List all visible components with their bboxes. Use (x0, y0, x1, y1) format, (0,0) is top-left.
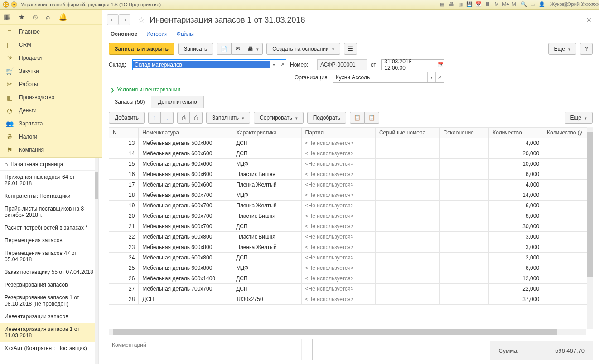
col-qty[interactable]: Количество (489, 128, 543, 138)
copy-button[interactable]: 📋 (350, 112, 365, 124)
table-row[interactable]: 13Мебельная деталь 500х800ДСП<Не использ… (109, 138, 593, 148)
vertical-scrollbar[interactable] (587, 127, 593, 329)
save-icon[interactable]: 💾 (466, 1, 473, 8)
nav-item-4[interactable]: ✂Работы (0, 77, 102, 91)
m-icon[interactable]: M (493, 1, 500, 8)
toolbar-btn-icon[interactable]: ▤ (439, 1, 446, 8)
table-row[interactable]: 18Мебельная деталь 600х700МДФ<Не использ… (109, 190, 593, 201)
save-close-button[interactable]: Записать и закрыть (109, 43, 174, 55)
table-row[interactable]: 19Мебельная деталь 600х700Пленка Желтый<… (109, 201, 593, 211)
app-menu-icon[interactable]: 1С (3, 1, 9, 8)
more-button[interactable]: Еще (548, 43, 576, 55)
history-item[interactable]: Перемещение запасов 47 от 05.04.2018 (0, 247, 98, 266)
pick-button[interactable]: Подобрать (307, 112, 346, 124)
back-button[interactable]: ← (107, 14, 119, 25)
window-icon[interactable]: ▭ (529, 1, 536, 8)
zoom-icon[interactable]: 🔍 (520, 1, 527, 8)
col-dev[interactable]: Отклонение (440, 128, 489, 138)
comment-edit-icon[interactable]: ... (301, 339, 312, 360)
scrollbar-thumb[interactable] (113, 329, 557, 335)
sort-button[interactable]: Сортировать (254, 112, 304, 124)
favorite-star-icon[interactable]: ☆ (138, 15, 145, 25)
structure-button[interactable]: ☰ (344, 43, 357, 55)
history-item[interactable]: Перемещения запасов (0, 234, 98, 247)
scrollbar-thumb[interactable] (587, 132, 593, 277)
calendar-icon[interactable]: 📅 (475, 1, 482, 8)
col-qty2[interactable]: Количество (у (543, 128, 593, 138)
table-row[interactable]: 14Мебельная деталь 600х600ДСП<Не использ… (109, 148, 593, 159)
close-document-icon[interactable]: ✕ (585, 14, 594, 25)
barcode2-button[interactable]: ⎙ (190, 112, 203, 124)
doc-icon[interactable]: ▥ (457, 1, 464, 8)
history-item[interactable]: Резервирования запасов (0, 278, 98, 291)
col-char[interactable]: Характеристика (232, 128, 301, 138)
history-item[interactable]: Приходная накладная 64 от 29.01.2018 (0, 171, 98, 190)
calendar-picker-icon[interactable]: 📅 (436, 60, 444, 70)
barcode-button[interactable]: ⎙ (177, 112, 190, 124)
user-icon[interactable]: 👤 (538, 1, 546, 8)
calc-icon[interactable]: 🖩 (484, 1, 491, 8)
nav-item-0[interactable]: ≡Главное (0, 25, 102, 38)
nav-item-8[interactable]: ₴Налоги (0, 130, 102, 143)
notifications-icon[interactable]: 🔔 (58, 13, 68, 21)
history-item[interactable]: Инвентаризация запасов 1 от 31.03.2018 (0, 323, 98, 342)
col-n[interactable]: N (109, 128, 139, 138)
col-serial[interactable]: Серийные номера (375, 128, 440, 138)
org-field[interactable]: Кухни Ассоль ▾ ↗ (333, 72, 444, 83)
history-item[interactable]: Инвентаризации запасов (0, 310, 98, 323)
mplus-icon[interactable]: M+ (502, 1, 509, 8)
nav-item-7[interactable]: 👥Зарплата (0, 117, 102, 130)
print-icon[interactable]: 🖶 (448, 1, 455, 8)
table-row[interactable]: 15Мебельная деталь 600х600МДФ<Не использ… (109, 159, 593, 169)
close-window-icon[interactable]: ✕ (589, 1, 596, 8)
apps-icon[interactable]: ▦ (4, 13, 10, 21)
paste-button[interactable]: 📋 (365, 112, 379, 124)
scrollbar-thumb[interactable] (95, 172, 98, 199)
app-dropdown-icon[interactable]: ▾ (11, 1, 17, 8)
history-item[interactable]: Расчет потребностей в запасах * (0, 221, 98, 234)
nav-item-2[interactable]: 🛍Продажи (0, 51, 102, 64)
nav-item-5[interactable]: ▥Производство (0, 91, 102, 104)
add-row-button[interactable]: Добавить (109, 112, 145, 124)
history-item[interactable]: Резервирование запасов 1 от 08.10.2018 (… (0, 291, 98, 310)
favorites-icon[interactable]: ★ (19, 13, 25, 21)
table-row[interactable]: 16Мебельная деталь 600х600Пластик Вишня<… (109, 169, 593, 180)
fill-button[interactable]: Заполнить (206, 112, 250, 124)
help-button[interactable]: ? (580, 43, 593, 55)
dropdown-icon[interactable]: ▾ (270, 60, 278, 70)
open-ref-icon[interactable]: ↗ (435, 72, 444, 82)
forward-button[interactable]: → (119, 14, 130, 25)
nav-item-9[interactable]: ⚑Компания (0, 143, 102, 156)
table-row[interactable]: 17Мебельная деталь 600х600Пленка Желтый<… (109, 180, 593, 190)
inventory-conditions-toggle[interactable]: Условия инвентаризации (102, 84, 599, 96)
col-nom[interactable]: Номенклатура (139, 128, 232, 138)
table-row[interactable]: 23Мебельная деталь 600х800Пленка Желтый<… (109, 242, 593, 253)
move-up-button[interactable]: ↑ (148, 112, 161, 124)
tab-extra[interactable]: Дополнительно (151, 96, 203, 108)
search-icon[interactable]: ⌕ (46, 13, 50, 21)
nav-item-6[interactable]: ◔Деньги (0, 104, 102, 117)
comment-textarea[interactable] (109, 339, 301, 360)
horizontal-scrollbar[interactable] (109, 329, 586, 335)
table-row[interactable]: 26Мебельная деталь 600х1400ДСП<Не исполь… (109, 273, 593, 284)
nav-item-3[interactable]: 🛒Закупки (0, 64, 102, 77)
warehouse-field[interactable]: Склад материалов ▾ ↗ (132, 59, 286, 70)
tab-stock[interactable]: Запасы (56) (108, 96, 151, 108)
subtab-history[interactable]: История (146, 31, 168, 37)
history-item[interactable]: Прайс-листы поставщиков на 8 октября 201… (0, 202, 98, 221)
table-more-button[interactable]: Еще (565, 112, 593, 124)
table-row[interactable]: 25Мебельная деталь 600х800МДФ<Не использ… (109, 263, 593, 273)
start-page-link[interactable]: ⌂ Начальная страница (0, 158, 98, 171)
date-field[interactable]: 31.03.2018 12:00:00 📅 (381, 59, 444, 70)
print-button[interactable]: 🖶 (244, 43, 263, 55)
table-row[interactable]: 27Мебельная деталь 700х700ДСП<Не использ… (109, 284, 593, 294)
col-party[interactable]: Партия (301, 128, 375, 138)
minimize-icon[interactable]: — (571, 1, 578, 8)
mminus-icon[interactable]: M- (511, 1, 518, 8)
history-item[interactable]: ХххАит (Контрагент: Поставщик) (0, 342, 98, 354)
open-ref-icon[interactable]: ↗ (278, 60, 286, 70)
create-based-button[interactable]: Создать на основании (266, 43, 340, 55)
table-row[interactable]: 24Мебельная деталь 600х800ДСП<Не использ… (109, 253, 593, 263)
history-icon[interactable]: ⎋ (33, 13, 38, 21)
table-row[interactable]: 22Мебельная деталь 600х800Пластик Вишня<… (109, 232, 593, 242)
